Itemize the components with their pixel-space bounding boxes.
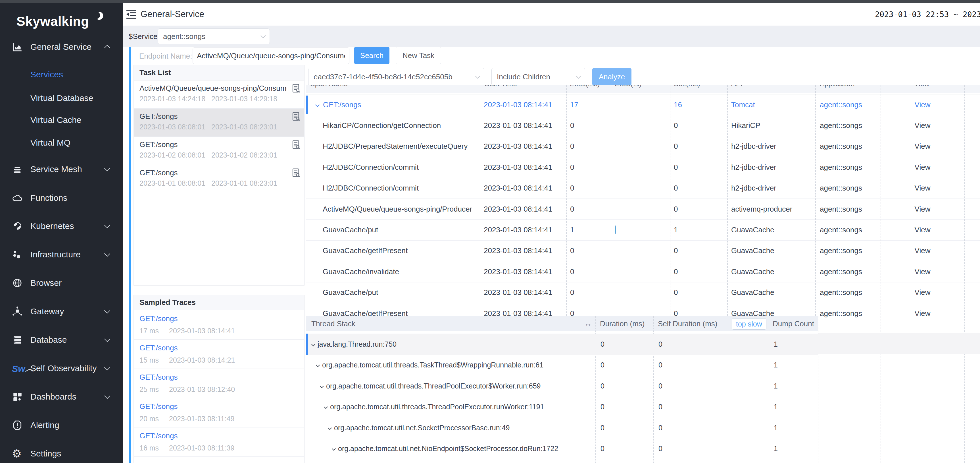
trace-time: 2023-01-03 08:14:41 [169, 327, 235, 335]
trace-list-item[interactable]: GET:/songs 20 ms2023-01-03 08:11:49 [134, 398, 304, 428]
trace-time: 2023-01-03 08:11:49 [169, 415, 234, 423]
span-name[interactable]: H2/JDBC/Connection/commit [306, 184, 480, 193]
chevron-down-icon[interactable] [316, 363, 320, 367]
chevron-down-icon[interactable] [315, 103, 320, 107]
view-link[interactable]: View [915, 225, 931, 234]
view-link[interactable]: View [915, 184, 931, 192]
span-name[interactable]: ActiveMQ/Queue/queue-songs-ping/Producer [306, 205, 480, 214]
trace-link[interactable]: GET:/songs [140, 314, 178, 323]
thread-frame-row[interactable]: org.apache.tomcat.util.threads.TaskThrea… [306, 354, 818, 376]
sidebar-item-virtual-cache[interactable]: Virtual Cache [0, 111, 123, 129]
span-row[interactable]: ActiveMQ/Queue/queue-songs-ping/Producer… [306, 199, 980, 220]
trace-list-item[interactable]: GET:/songs 17 ms2023-01-03 08:14:41 [134, 310, 304, 340]
thread-frame-row[interactable]: java.lang.Thread.run:750 0 0 1 [306, 334, 818, 354]
view-link[interactable]: View [915, 288, 931, 297]
sidebar-item-dashboards[interactable]: Dashboards [0, 388, 123, 406]
span-row[interactable]: GuavaCache/put 2023-01-03 08:14:41 1 1 G… [306, 220, 980, 240]
trace-id-select[interactable]: eaed37e7-1d4e-4f50-be8d-14e52ce6505b [308, 68, 484, 86]
trace-link[interactable]: GET:/songs [140, 402, 178, 411]
search-button[interactable]: Search [354, 46, 390, 64]
view-link[interactable]: View [915, 205, 931, 213]
sidebar-fold-icon[interactable] [125, 8, 137, 20]
service-select[interactable]: agent::songs [158, 29, 270, 45]
top-slow-badge[interactable]: top slow [732, 318, 767, 330]
sidebar-item-kubernetes[interactable]: Kubernetes [0, 217, 123, 235]
spans-table-header: Span Name Start Time Exec(ms) Exec(%) Se… [306, 85, 980, 93]
sidebar-item-self-observability[interactable]: Sw︵ Self Observability [0, 359, 123, 377]
thread-frame-row[interactable]: org.apache.tomcat.util.net.SocketProcess… [306, 417, 818, 438]
sidebar-item-services[interactable]: Services [0, 65, 123, 84]
span-row[interactable]: GuavaCache/invalidate 2023-01-03 08:14:4… [306, 261, 980, 282]
chevron-down-icon[interactable] [324, 405, 328, 409]
task-log-icon[interactable] [292, 168, 300, 179]
span-name[interactable]: H2/JDBC/Connection/commit [306, 163, 480, 172]
span-row[interactable]: GET:/songs 2023-01-03 08:14:41 17 16 Tom… [306, 94, 980, 115]
view-link[interactable]: View [915, 246, 931, 255]
trace-link[interactable]: GET:/songs [140, 373, 178, 382]
view-link[interactable]: View [915, 121, 931, 130]
chevron-down-icon[interactable] [332, 447, 336, 451]
chevron-down-icon [104, 251, 110, 257]
sidebar-item-infrastructure[interactable]: Infrastructure [0, 246, 123, 263]
trace-link[interactable]: GET:/songs [140, 431, 178, 440]
view-link[interactable]: View [915, 101, 931, 109]
thread-frame-row[interactable]: org.apache.tomcat.util.threads.ThreadPoo… [306, 375, 818, 396]
thread-frame-row[interactable]: org.apache.tomcat.util.net.NioEndpoint$S… [306, 438, 818, 459]
trace-duration: 20 ms [140, 415, 159, 423]
task-log-icon[interactable] [292, 84, 300, 95]
trace-list-item[interactable]: GET:/songs 15 ms2023-01-03 08:14:21 [134, 340, 304, 369]
panel-divider[interactable] [129, 47, 130, 463]
span-row[interactable]: GuavaCache/put 2023-01-03 08:14:41 0 0 G… [306, 283, 980, 303]
span-name[interactable]: H2/JDBC/PreparedStatement/executeQuery [306, 142, 480, 151]
sidebar-item-database[interactable]: Database [0, 331, 123, 349]
sidebar-item-service-mesh[interactable]: Service Mesh [0, 160, 123, 178]
analyze-button[interactable]: Analyze [592, 68, 632, 86]
frame-self-duration: 0 [659, 382, 662, 390]
thread-frame-row[interactable]: org.apache.tomcat.util.threads.ThreadPoo… [306, 396, 818, 417]
task-log-icon[interactable] [292, 112, 300, 123]
sidebar-item-settings[interactable]: ⚙ Settings [0, 444, 123, 463]
new-task-button[interactable]: New Task [396, 46, 441, 64]
task-list-item[interactable]: ActiveMQ/Queue/queue-songs-ping/Consumer… [134, 80, 304, 109]
span-row[interactable]: H2/JDBC/Connection/commit 2023-01-03 08:… [306, 157, 980, 178]
view-link[interactable]: View [915, 309, 931, 318]
span-name[interactable]: GuavaCache/invalidate [306, 267, 480, 276]
analyze-mode-select[interactable]: Include Children [492, 68, 585, 86]
sidebar-item-browser[interactable]: Browser [0, 274, 123, 292]
span-row[interactable]: GuavaCache/getIfPresent 2023-01-03 08:14… [306, 241, 980, 261]
span-name[interactable]: GuavaCache/put [306, 288, 480, 297]
sidebar-item-virtual-database[interactable]: Virtual Database [0, 89, 123, 107]
view-link[interactable]: View [915, 267, 931, 276]
span-row[interactable]: H2/JDBC/PreparedStatement/executeQuery 2… [306, 136, 980, 157]
task-list-item[interactable]: GET:/songs 2023-01-02 08:08:01 2023-01-0… [134, 137, 304, 165]
sidebar-item-functions[interactable]: Functions [0, 189, 123, 207]
task-log-icon[interactable] [292, 140, 300, 151]
resize-horizontal-icon[interactable]: ↔ [584, 319, 592, 328]
trace-link[interactable]: GET:/songs [140, 343, 178, 352]
span-name[interactable]: HikariCP/Connection/getConnection [306, 121, 480, 130]
span-name[interactable]: GET:/songs [323, 101, 361, 109]
view-link[interactable]: View [915, 163, 931, 171]
endpoint-name-input[interactable] [192, 48, 349, 64]
span-name[interactable]: GuavaCache/put [306, 225, 480, 234]
sidebar-item-virtual-mq[interactable]: Virtual MQ [0, 134, 123, 152]
chevron-down-icon[interactable] [328, 426, 332, 430]
trace-list-item[interactable]: GET:/songs 25 ms2023-01-03 08:12:40 [134, 369, 304, 398]
sidebar-item-general-service[interactable]: General Service [0, 38, 123, 56]
exec-percent-bar [611, 246, 670, 255]
task-list-item[interactable]: GET:/songs 2023-01-01 08:08:01 2023-01-0… [134, 165, 304, 193]
span-row[interactable]: HikariCP/Connection/getConnection 2023-0… [306, 115, 980, 136]
task-list-item-selected[interactable]: GET:/songs 2023-01-03 08:08:01 2023-01-0… [134, 109, 304, 137]
span-app: agent::songs [815, 163, 881, 172]
sidebar-item-alerting[interactable]: Alerting [0, 416, 123, 434]
span-name[interactable]: GuavaCache/getIfPresent [306, 246, 480, 255]
column-separator [566, 85, 567, 316]
trace-list-item[interactable]: GET:/songs 16 ms2023-01-03 08:11:39 [134, 428, 304, 457]
chevron-down-icon[interactable] [311, 342, 315, 346]
view-link[interactable]: View [915, 142, 931, 150]
time-range-picker[interactable]: 2023-01-03 22:53 ~ 2023 [875, 10, 980, 19]
sidebar-item-gateway[interactable]: Gateway [0, 302, 123, 321]
chevron-down-icon [261, 33, 266, 38]
span-row[interactable]: H2/JDBC/Connection/commit 2023-01-03 08:… [306, 178, 980, 199]
chevron-down-icon[interactable] [320, 384, 324, 388]
